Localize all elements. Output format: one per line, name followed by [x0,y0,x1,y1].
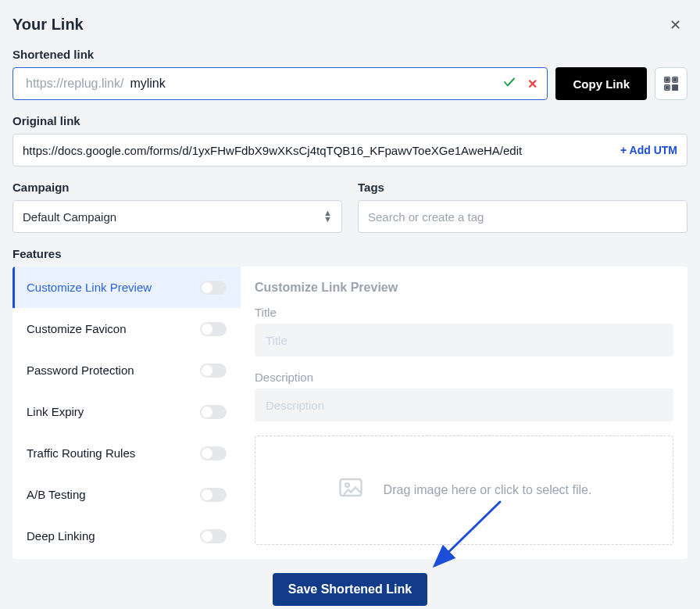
modal-title: Your Link [12,16,84,34]
feature-toggle[interactable] [200,405,227,419]
save-shortened-link-button[interactable]: Save Shortened Link [273,573,427,606]
svg-rect-8 [673,88,675,91]
feature-toggle[interactable] [200,529,227,543]
feature-item-password-protection[interactable]: Password Protection [12,349,241,391]
original-link-url: https://docs.google.com/forms/d/1yxFHwFd… [23,144,614,157]
original-link-box: https://docs.google.com/forms/d/1yxFHwFd… [12,134,688,167]
title-field-label: Title [255,306,673,319]
shortlink-prefix: https://replug.link/ [23,77,127,91]
feature-item-deep-linking[interactable]: Deep Linking [12,515,241,557]
close-icon[interactable]: ✕ [670,18,681,32]
original-link-label: Original link [12,114,688,127]
shortened-link-label: Shortened link [12,48,688,61]
check-icon [502,75,516,93]
image-icon [337,475,365,506]
tags-input[interactable] [368,210,677,224]
feature-item-label: A/B Testing [27,488,86,501]
features-label: Features [12,247,688,260]
svg-rect-3 [674,79,677,81]
feature-item-link-expiry[interactable]: Link Expiry [12,391,241,432]
campaign-selected: Default Campaign [23,210,116,224]
svg-point-11 [345,483,349,487]
feature-toggle[interactable] [200,446,227,460]
feature-item-label: Customize Favicon [27,322,127,335]
svg-rect-7 [676,85,678,88]
feature-item-label: Traffic Routing Rules [27,446,135,460]
tags-label: Tags [358,181,688,194]
preview-description-input [255,389,673,421]
feature-item-ab-testing[interactable]: A/B Testing [12,474,241,515]
features-list: Customize Link Preview Customize Favicon… [12,267,241,559]
campaign-select[interactable]: Default Campaign ▲▼ [12,200,342,233]
feature-item-label: Link Expiry [27,405,84,418]
dropzone-text: Drag image here or click to select file. [384,483,592,497]
chevron-updown-icon: ▲▼ [323,210,332,222]
svg-rect-5 [666,87,669,89]
qr-code-button[interactable] [655,67,688,100]
add-utm-link[interactable]: + Add UTM [614,144,677,156]
tags-field[interactable] [358,200,688,233]
feature-toggle[interactable] [200,322,227,336]
copy-link-button[interactable]: Copy Link [555,67,647,100]
feature-toggle[interactable] [200,488,227,502]
shortened-link-box[interactable]: https://replug.link/ ✕ [12,67,548,100]
campaign-label: Campaign [12,181,342,194]
feature-item-label: Customize Link Preview [27,281,152,294]
svg-rect-9 [676,88,678,91]
feature-item-label: Deep Linking [27,529,95,543]
clear-slug-icon[interactable]: ✕ [527,77,538,91]
shortlink-slug-input[interactable] [127,77,502,91]
feature-toggle[interactable] [200,281,227,295]
preview-title-input [255,324,673,356]
feature-item-traffic-routing[interactable]: Traffic Routing Rules [12,432,241,474]
feature-item-customize-favicon[interactable]: Customize Favicon [12,308,241,349]
image-dropzone[interactable]: Drag image here or click to select file. [255,435,673,545]
feature-item-label: Password Protection [27,364,134,377]
svg-rect-1 [666,79,669,81]
feature-content-panel: Customize Link Preview Title Description [241,267,688,559]
svg-rect-6 [673,85,675,88]
feature-item-customize-link-preview[interactable]: Customize Link Preview [12,267,241,308]
feature-toggle[interactable] [200,364,227,378]
preview-panel-title: Customize Link Preview [255,281,673,295]
description-field-label: Description [255,371,673,384]
